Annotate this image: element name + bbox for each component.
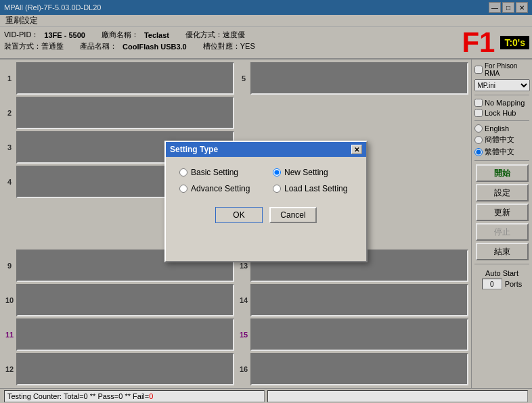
modal-buttons: OK Cancel xyxy=(179,207,353,223)
load-last-setting-radio[interactable] xyxy=(273,185,281,193)
modal-body: Basic Setting New Setting Advance Settin… xyxy=(166,157,366,234)
load-last-setting-label: Load Last Setting xyxy=(284,184,347,193)
load-last-setting-option: Load Last Setting xyxy=(273,184,353,193)
modal-close-button[interactable]: ✕ xyxy=(351,145,362,154)
new-setting-radio[interactable] xyxy=(273,168,281,176)
basic-setting-radio[interactable] xyxy=(179,168,187,176)
modal-title: Setting Type xyxy=(170,145,218,154)
advance-setting-radio[interactable] xyxy=(179,185,187,193)
new-setting-option: New Setting xyxy=(273,168,353,177)
basic-setting-option: Basic Setting xyxy=(179,168,259,177)
advance-setting-option: Advance Setting xyxy=(179,184,259,193)
setting-type-dialog: Setting Type ✕ Basic Setting New Setting… xyxy=(164,141,368,262)
modal-overlay: Setting Type ✕ Basic Setting New Setting… xyxy=(0,0,532,403)
cancel-button[interactable]: Cancel xyxy=(269,207,317,223)
new-setting-label: New Setting xyxy=(284,168,328,177)
modal-options: Basic Setting New Setting Advance Settin… xyxy=(179,168,353,193)
basic-setting-label: Basic Setting xyxy=(191,168,238,177)
ok-button[interactable]: OK xyxy=(215,207,263,223)
advance-setting-label: Advance Setting xyxy=(191,184,250,193)
modal-title-bar: Setting Type ✕ xyxy=(166,142,366,157)
